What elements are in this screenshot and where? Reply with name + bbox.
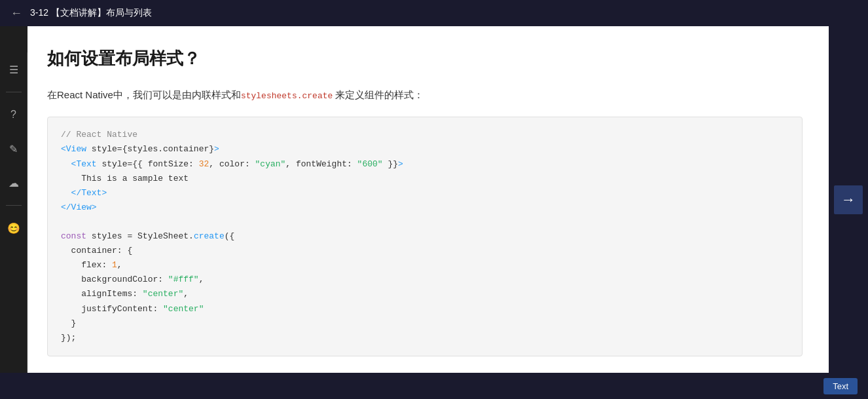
code-line-13: justifyContent: "center" [61,302,789,316]
header: ← 3-12 【文档讲解】布局与列表 [0,0,868,26]
cloud-icon[interactable]: ☁ [2,171,26,195]
code-block: // React Native <View style={styles.cont… [47,117,803,356]
code-line-blank [61,215,789,229]
code-line-14: } [61,316,789,331]
intro-code: stylesheets.create [241,91,333,101]
edit-icon[interactable]: ✎ [2,137,26,161]
content-wrapper: 如何设置布局样式？ 在React Native中，我们可以是由内联样式和styl… [27,26,868,373]
page-heading: 如何设置布局样式？ [47,47,803,70]
bottom-toolbar: Text [0,373,868,399]
question-icon[interactable]: ? [2,103,26,126]
next-arrow-button[interactable]: → [834,185,863,214]
code-line-2: <View style={styles.container}> [61,142,789,157]
code-line-1: // React Native [61,128,789,142]
header-title: 3-12 【文档讲解】布局与列表 [30,7,152,19]
face-icon[interactable]: 😊 [2,216,26,240]
code-line-11: backgroundColor: "#fff", [61,273,789,287]
intro-text: 在React Native中，我们可以是由内联样式和 [47,89,241,100]
right-panel: → [829,26,868,373]
intro-suffix: 来定义组件的样式： [333,89,424,100]
code-line-6: </View> [61,200,789,215]
code-line-15: }); [61,331,789,345]
text-button[interactable]: Text [823,378,858,394]
code-line-8: const styles = StyleSheet.create({ [61,229,789,244]
divider2 [6,205,22,206]
divider1 [6,92,22,92]
code-line-4: This is a sample text [61,172,789,186]
menu-icon[interactable]: ☰ [2,58,26,81]
content-area: 如何设置布局样式？ 在React Native中，我们可以是由内联样式和styl… [27,26,829,373]
code-line-10: flex: 1, [61,258,789,273]
code-line-5: </Text> [61,186,789,200]
intro-paragraph: 在React Native中，我们可以是由内联样式和stylesheets.cr… [47,86,803,104]
code-line-3: <Text style={{ fontSize: 32, color: "cya… [61,157,789,172]
code-line-9: container: { [61,244,789,258]
code-line-12: alignItems: "center", [61,287,789,301]
sidebar: ☰ ? ✎ ☁ 😊 [0,52,27,373]
back-button[interactable]: ← [10,7,22,20]
